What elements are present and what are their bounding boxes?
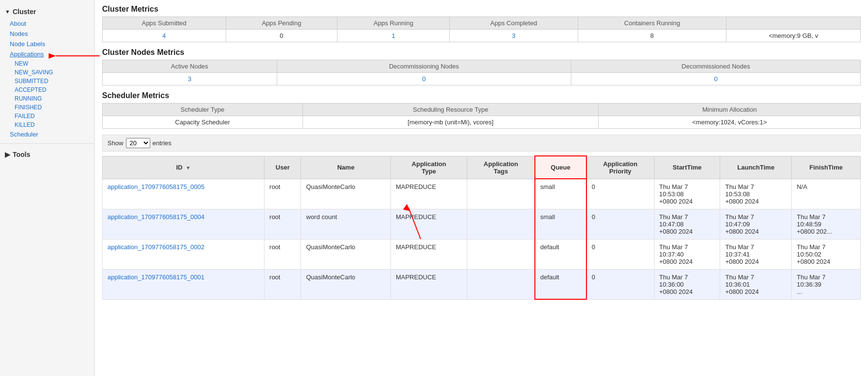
- cell-user-1: root: [265, 209, 301, 239]
- app-id-link-3[interactable]: application_1709776058175_0001: [107, 273, 205, 281]
- col-apps-submitted: Apps Submitted: [103, 17, 226, 30]
- cell-id-3[interactable]: application_1709776058175_0001: [103, 269, 265, 299]
- cell-starttime-2: Thu Mar 7 10:37:40 +0800 2024: [654, 239, 720, 269]
- val-scheduler-type: Capacity Scheduler: [103, 116, 303, 129]
- col-decommissioned-nodes: Decommissioned Nodes: [571, 60, 861, 73]
- cluster-label: Cluster: [13, 8, 36, 16]
- val-apps-submitted: 4: [103, 30, 226, 42]
- sidebar-item-nodes[interactable]: Nodes: [0, 29, 94, 39]
- col-apps-completed: Apps Completed: [450, 17, 578, 30]
- cell-finishtime-3: Thu Mar 7 10:36:39 ...: [792, 269, 861, 299]
- applications-table: ID ▼ User Name ApplicationType Applicati…: [102, 155, 861, 300]
- app-id-link-1[interactable]: application_1709776058175_0004: [107, 213, 205, 221]
- app-id-link-2[interactable]: application_1709776058175_0002: [107, 243, 205, 251]
- col-id[interactable]: ID ▼: [103, 156, 265, 179]
- sidebar-item-about[interactable]: About: [0, 18, 94, 29]
- cell-queue-3: default: [535, 269, 586, 299]
- cell-launchtime-0: Thu Mar 7 10:53:08 +0800 2024: [720, 179, 792, 209]
- cell-starttime-1: Thu Mar 7 10:47:08 +0800 2024: [654, 209, 720, 239]
- scheduler-metrics-table: Scheduler Type Scheduling Resource Type …: [102, 103, 861, 129]
- cell-id-0[interactable]: application_1709776058175_0005: [103, 179, 265, 209]
- col-application-priority[interactable]: ApplicationPriority: [586, 156, 654, 179]
- col-user[interactable]: User: [265, 156, 301, 179]
- cluster-arrow-icon: ▼: [5, 9, 10, 15]
- cluster-nodes-metrics-title: Cluster Nodes Metrics: [102, 48, 861, 57]
- val-containers-running: 8: [578, 30, 726, 42]
- show-entries-bar: Show 10 20 50 100 entries: [102, 135, 861, 152]
- col-scheduler-type: Scheduler Type: [103, 103, 303, 116]
- sidebar-item-killed[interactable]: KILLED: [0, 120, 94, 129]
- cell-finishtime-0: N/A: [792, 179, 861, 209]
- table-row: application_1709776058175_0004 root word…: [103, 209, 861, 239]
- tools-arrow-icon: ▶: [5, 151, 10, 158]
- show-label: Show: [107, 139, 124, 147]
- cell-finishtime-2: Thu Mar 7 10:50:02 +0800 2024: [792, 239, 861, 269]
- cell-apptype-0: MAPREDUCE: [390, 179, 467, 209]
- cell-apptags-3: [467, 269, 535, 299]
- cluster-metrics-title: Cluster Metrics: [102, 5, 861, 14]
- sidebar-item-accepted[interactable]: ACCEPTED: [0, 85, 94, 94]
- col-minimum-allocation: Minimum Allocation: [599, 103, 861, 116]
- val-apps-running: 1: [337, 30, 450, 42]
- col-apps-running: Apps Running: [337, 17, 450, 30]
- val-scheduling-resource-type: [memory-mb (unit=Mi), vcores]: [302, 116, 599, 129]
- cell-user-3: root: [265, 269, 301, 299]
- cell-apptype-1: MAPREDUCE: [390, 209, 467, 239]
- cell-name-0: QuasiMonteCarlo: [301, 179, 390, 209]
- app-id-link-0[interactable]: application_1709776058175_0005: [107, 183, 205, 190]
- sidebar-item-finished[interactable]: FINISHED: [0, 103, 94, 112]
- cell-apptags-2: [467, 239, 535, 269]
- col-application-type[interactable]: ApplicationType: [390, 156, 467, 179]
- col-apps-pending: Apps Pending: [226, 17, 337, 30]
- cell-user-0: root: [265, 179, 301, 209]
- cell-finishtime-1: Thu Mar 7 10:48:59 +0800 202...: [792, 209, 861, 239]
- cell-launchtime-1: Thu Mar 7 10:47:09 +0800 2024: [720, 209, 792, 239]
- scheduler-metrics-title: Scheduler Metrics: [102, 91, 861, 100]
- cell-priority-3: 0: [586, 269, 654, 299]
- cell-priority-2: 0: [586, 239, 654, 269]
- cell-id-1[interactable]: application_1709776058175_0004: [103, 209, 265, 239]
- col-active-nodes: Active Nodes: [103, 60, 277, 73]
- main-content: Cluster Metrics Apps Submitted Apps Pend…: [95, 0, 868, 376]
- cell-starttime-0: Thu Mar 7 10:53:08 +0800 2024: [654, 179, 720, 209]
- val-decommissioned-nodes: 0: [571, 73, 861, 85]
- col-name[interactable]: Name: [301, 156, 390, 179]
- tools-section-header[interactable]: ▶ Tools: [0, 148, 94, 161]
- sidebar-item-scheduler[interactable]: Scheduler: [0, 129, 94, 139]
- cell-apptype-3: MAPREDUCE: [390, 269, 467, 299]
- cell-starttime-3: Thu Mar 7 10:36:00 +0800 2024: [654, 269, 720, 299]
- cluster-nodes-metrics-table: Active Nodes Decommissioning Nodes Decom…: [102, 60, 861, 85]
- cell-apptags-0: [467, 179, 535, 209]
- sidebar-item-new[interactable]: NEW: [0, 59, 94, 68]
- col-finish-time[interactable]: FinishTime: [792, 156, 861, 179]
- cell-user-2: root: [265, 239, 301, 269]
- col-decommissioning-nodes: Decommissioning Nodes: [277, 60, 571, 73]
- col-start-time[interactable]: StartTime: [654, 156, 720, 179]
- sidebar-item-new-saving[interactable]: NEW_SAVING: [0, 68, 94, 77]
- sidebar-item-node-labels[interactable]: Node Labels: [0, 39, 94, 49]
- cell-name-1: word count: [301, 209, 390, 239]
- col-launch-time[interactable]: LaunchTime: [720, 156, 792, 179]
- cell-id-2[interactable]: application_1709776058175_0002: [103, 239, 265, 269]
- sidebar-item-running[interactable]: RUNNING: [0, 94, 94, 103]
- cluster-section-header[interactable]: ▼ Cluster: [0, 5, 94, 18]
- cluster-metrics-table: Apps Submitted Apps Pending Apps Running…: [102, 17, 861, 42]
- entries-select[interactable]: 10 20 50 100: [126, 138, 150, 148]
- cell-queue-0: small: [535, 179, 586, 209]
- sidebar-item-submitted[interactable]: SUBMITTED: [0, 77, 94, 85]
- cell-queue-2: default: [535, 239, 586, 269]
- table-row: application_1709776058175_0005 root Quas…: [103, 179, 861, 209]
- val-apps-completed: 3: [450, 30, 578, 42]
- cell-name-2: QuasiMonteCarlo: [301, 239, 390, 269]
- applications-table-wrapper: ID ▼ User Name ApplicationType Applicati…: [102, 155, 861, 300]
- cell-apptype-2: MAPREDUCE: [390, 239, 467, 269]
- cell-priority-0: 0: [586, 179, 654, 209]
- sidebar-item-failed[interactable]: FAILED: [0, 112, 94, 120]
- cell-apptags-1: [467, 209, 535, 239]
- col-application-tags[interactable]: ApplicationTags: [467, 156, 535, 179]
- entries-label: entries: [153, 139, 172, 147]
- val-active-nodes: 3: [103, 73, 277, 85]
- col-queue[interactable]: Queue: [535, 156, 586, 179]
- table-row: application_1709776058175_0001 root Quas…: [103, 269, 861, 299]
- sidebar-item-applications[interactable]: Applications: [0, 49, 94, 59]
